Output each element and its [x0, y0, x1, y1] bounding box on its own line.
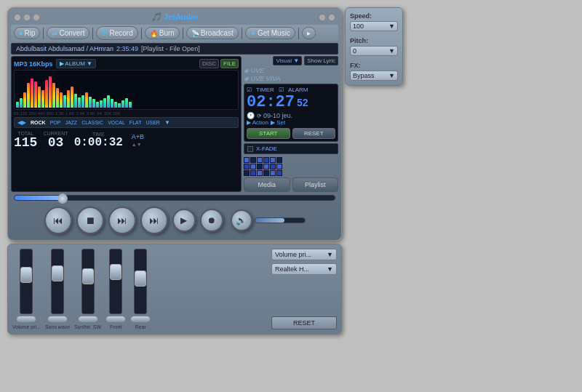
fader-track-4[interactable] — [109, 249, 122, 314]
fader-track-2[interactable] — [51, 249, 64, 314]
eq-bar-8 — [45, 80, 48, 108]
eq-bar-5 — [34, 81, 37, 108]
sep4 — [183, 28, 183, 39]
burn-button[interactable]: 🔥 Burn — [145, 27, 180, 39]
sep2 — [92, 28, 93, 39]
fader-track-3[interactable] — [81, 249, 95, 314]
eq-preset-bar: ◀▶ ROCK POP JAZZ CLASSIC VOCAL FLAT USER… — [14, 117, 239, 128]
eq-bar-26 — [111, 99, 113, 108]
xfade-checkbox[interactable] — [247, 146, 253, 152]
pitch-select[interactable]: 0 ▼ — [350, 46, 398, 56]
more-button[interactable]: ▸ — [302, 27, 316, 39]
rip-button[interactable]: ● Rip — [14, 27, 40, 39]
sidebar-panel: Speed: 100 ▼ Pitch: 0 ▼ FX: Bypass ▼ — [345, 7, 403, 86]
fader-label-5: Rear — [135, 324, 146, 329]
minimize-btn[interactable] — [23, 14, 31, 21]
album-selector[interactable]: ▶ ALBUM ▼ — [56, 59, 96, 68]
convert-button[interactable]: ⇄ Convert — [47, 27, 89, 39]
fader-volume: Volume pri... — [12, 249, 41, 329]
visual-lyric-row: Visual ▼ Show Lyric — [244, 56, 338, 65]
title-bar: 🎵 JetAudio — [11, 11, 338, 23]
display-area: MP3 16Kbps ▶ ALBUM ▼ DISC FILE — [11, 56, 338, 192]
speed-select[interactable]: 100 ▼ — [350, 21, 398, 31]
track-artist: Abdulbasit Abdulsamad / AHmran — [16, 45, 113, 52]
fader-knob-3[interactable] — [78, 316, 98, 323]
action-btn[interactable]: ▶ Action — [247, 119, 268, 126]
eq-jazz[interactable]: JAZZ — [63, 120, 79, 125]
fader-knob-2[interactable] — [47, 316, 68, 323]
mixer-reset-button[interactable]: RESET — [271, 316, 337, 329]
next-button[interactable]: ⏭ — [140, 207, 168, 234]
alarm-label: ALARM — [288, 87, 308, 93]
fader-thumb-1[interactable] — [20, 267, 32, 283]
play-pause-button[interactable]: ⏭ — [108, 207, 136, 234]
volume-track[interactable] — [255, 217, 306, 223]
eq-bar-29 — [121, 100, 124, 108]
sep6 — [298, 28, 299, 39]
alarm-checkbox[interactable]: ☑ — [279, 87, 284, 93]
chevron-down-icon: ▼ — [327, 251, 333, 258]
fader-label-1: Volume pri... — [12, 324, 41, 329]
eq-flat[interactable]: FLAT — [128, 120, 143, 125]
fader-knob-4[interactable] — [105, 316, 126, 323]
eq-rock[interactable]: ROCK — [29, 120, 47, 125]
seek-bar[interactable] — [14, 195, 335, 201]
visual-button[interactable]: Visual ▼ — [273, 56, 302, 65]
output1-select[interactable]: Volume pri... ▼ — [271, 249, 337, 260]
fader-thumb-3[interactable] — [82, 268, 94, 284]
fader-track-1[interactable] — [20, 249, 33, 314]
eq-classic[interactable]: CLASSIC — [80, 120, 105, 125]
set-btn[interactable]: ▶ Set — [271, 119, 285, 126]
seek-bar-container[interactable] — [11, 193, 338, 202]
track-info: Abdulbasit Abdulsamad / AHmran 2:35:49 [… — [11, 43, 338, 55]
help-btn[interactable] — [328, 14, 335, 21]
fader-knob-5[interactable] — [130, 316, 151, 323]
eq-bar-17 — [78, 97, 81, 108]
fx-select[interactable]: Bypass ▼ — [350, 71, 398, 81]
maximize-btn[interactable] — [33, 14, 40, 21]
eq-bar-0 — [16, 102, 19, 108]
start-button[interactable]: START — [247, 128, 290, 139]
time-stat: TIME 0:00:32 — [74, 132, 123, 148]
close-btn[interactable] — [14, 14, 21, 21]
playlist-button[interactable]: Playlist — [292, 177, 339, 192]
eq-user[interactable]: USER — [144, 120, 161, 125]
fader-thumb-5[interactable] — [135, 271, 146, 287]
reset-timer-button[interactable]: RESET — [292, 128, 336, 139]
more-icon: ▸ — [307, 29, 311, 37]
eq-bar-30 — [125, 98, 128, 108]
ab-label[interactable]: A+B — [132, 133, 144, 140]
record-button[interactable]: Ⓡ Record — [96, 26, 137, 40]
get-music-button[interactable]: ✦ Get Music — [245, 27, 295, 39]
timer-checkbox[interactable]: ☑ — [247, 87, 252, 93]
stop-button[interactable]: ⏹ — [76, 207, 104, 234]
fader-thumb-2[interactable] — [52, 265, 63, 281]
config-btn[interactable] — [319, 14, 326, 21]
fader-thumb-4[interactable] — [110, 264, 121, 280]
seek-thumb[interactable] — [57, 193, 68, 204]
media-button[interactable]: Media — [244, 177, 290, 192]
eq-pop[interactable]: POP — [49, 120, 63, 125]
fader-knob-1[interactable] — [16, 316, 36, 323]
broadcast-button[interactable]: 📡 Broadcast — [186, 27, 239, 39]
speed-chevron-icon: ▼ — [388, 23, 395, 30]
record-transport-button[interactable]: ⏺ — [200, 209, 223, 232]
eq-bar-12 — [60, 92, 63, 108]
prev-button[interactable]: ⏮ — [44, 207, 72, 234]
fader-label-4: Front — [110, 324, 121, 329]
extra-icon: ▲▼ — [132, 142, 144, 147]
eq-bar-4 — [31, 79, 33, 108]
fader-track-5[interactable] — [134, 249, 147, 314]
lyric-button[interactable]: Show Lyric — [304, 56, 338, 65]
vis-top: MP3 16Kbps ▶ ALBUM ▼ DISC FILE — [14, 59, 239, 68]
output2-select[interactable]: Realtek H... ▼ — [271, 263, 337, 275]
right-panel: Visual ▼ Show Lyric ◈ UVE ◈ UVE VIVA — [244, 56, 338, 192]
speed-control: Speed: 100 ▼ — [350, 12, 398, 31]
title-bar-right — [319, 14, 335, 21]
mute-button[interactable]: 🔊 — [231, 209, 252, 231]
seek-fill — [15, 196, 63, 200]
eq-bar-24 — [103, 98, 106, 108]
open-button[interactable]: ▶ — [172, 209, 196, 232]
eq-vocal[interactable]: VOCAL — [106, 120, 127, 125]
eq-bar-3 — [27, 83, 30, 108]
